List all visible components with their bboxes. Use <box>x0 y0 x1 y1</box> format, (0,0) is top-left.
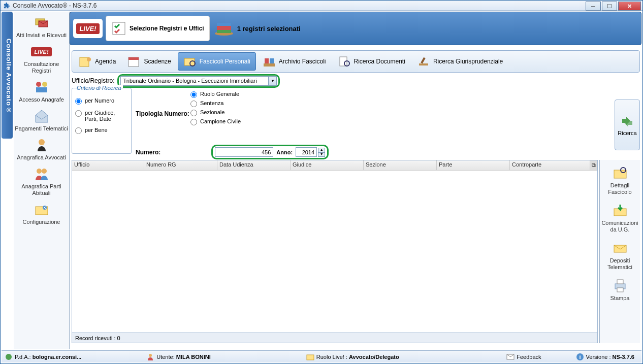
col-giudice[interactable]: Giudice <box>291 160 364 170</box>
minimize-button[interactable]: ─ <box>586 2 601 11</box>
status-ruolo: Ruolo Live! : Avvocato/Delegato <box>306 353 399 361</box>
radio-sezionale[interactable]: Sezionale <box>190 109 241 116</box>
spinner-down-button[interactable]: ▼ <box>318 152 325 157</box>
sort-indicator-icon[interactable]: ⧉ <box>590 160 597 170</box>
sidebar-item-anagrafe[interactable]: Accesso Anagrafe <box>14 76 69 105</box>
folder-detail-icon <box>611 165 629 181</box>
ribbon-live-badge: LIVE! <box>73 19 103 38</box>
col-sezione[interactable]: Sezione <box>364 160 437 170</box>
radio-per-giudice[interactable]: per Giudice, Parti, Date <box>75 110 128 122</box>
chevron-down-icon[interactable]: ▼ <box>268 77 276 85</box>
ufficio-combo[interactable]: ▼ <box>120 76 277 86</box>
radio-input[interactable] <box>190 110 197 116</box>
svg-rect-37 <box>307 355 314 360</box>
tab-label: Ricerca Documenti <box>354 58 405 65</box>
sidebar-item-atti[interactable]: Atti Inviati e Ricevuti <box>14 12 69 41</box>
table-header: Ufficio Numero RG Data Udienza Giudice S… <box>72 160 597 171</box>
select-registri-button[interactable]: Selezione Registri e Uffici <box>106 16 210 41</box>
people-join-icon <box>33 79 51 95</box>
live-icon: LIVE! <box>33 44 51 60</box>
action-comunicazioni[interactable]: Comunicazioni da U.G. <box>600 197 640 235</box>
radio-sentenza[interactable]: Sentenza <box>190 100 241 107</box>
col-controparte[interactable]: Controparte <box>510 160 590 170</box>
tab-label: Agenda <box>95 58 116 65</box>
registri-summary: 1 registri selezionati <box>237 16 301 41</box>
radio-input[interactable] <box>75 110 82 117</box>
window-buttons: ─ ☐ ✕ <box>585 2 641 11</box>
sidebar-item-avvocati[interactable]: Anagrafica Avvocati <box>14 134 69 163</box>
maximize-button[interactable]: ☐ <box>602 2 617 11</box>
action-label: Dettagli Fascicolo <box>601 182 639 195</box>
svg-rect-19 <box>184 58 195 65</box>
action-dettagli[interactable]: Dettagli Fascicolo <box>600 160 640 197</box>
action-label: Comunicazioni da U.G. <box>601 220 639 233</box>
printer-icon <box>611 278 629 294</box>
sidebar-item-pagamenti[interactable]: Pagamenti Telematici <box>14 105 69 134</box>
svg-rect-21 <box>264 63 275 67</box>
tab-agenda[interactable]: Agenda <box>74 52 121 71</box>
ruolo-value: Avvocato/Delegato <box>349 354 399 360</box>
sidebar-item-config[interactable]: Configurazione <box>14 198 69 227</box>
numero-row: Numero: Anno: ▲ ▼ <box>136 145 329 159</box>
radio-per-numero[interactable]: per Numero <box>75 97 128 105</box>
tipologia-block: Ruolo Generale Sentenza Sezionale Campio… <box>136 91 241 127</box>
sidebar: Atti Inviati e Ricevuti LIVE! Consultazi… <box>14 12 70 349</box>
radio-campione[interactable]: Campione Civile <box>190 118 241 125</box>
col-data-udienza[interactable]: Data Udienza <box>217 160 291 170</box>
svg-rect-34 <box>617 288 623 292</box>
svg-rect-13 <box>217 23 231 26</box>
svg-rect-18 <box>128 57 139 60</box>
radio-label: Campione Civile <box>200 118 241 124</box>
radio-input[interactable] <box>190 119 197 125</box>
action-label: Stampa <box>601 295 639 302</box>
two-people-icon <box>33 166 51 182</box>
radio-label: per Giudice, Parti, Date <box>85 110 128 122</box>
ribbon: LIVE! Selezione Registri e Uffici 1 regi… <box>70 12 641 45</box>
close-button[interactable]: ✕ <box>618 2 641 11</box>
envelopes-icon <box>33 15 51 31</box>
svg-point-36 <box>149 354 152 357</box>
brand-strip: Consolle Avvocato® <box>2 12 13 139</box>
svg-rect-4 <box>36 87 47 92</box>
select-registri-label: Selezione Registri e Uffici <box>130 25 204 32</box>
svg-point-7 <box>42 169 47 174</box>
svg-point-6 <box>37 169 42 174</box>
numero-input[interactable] <box>215 147 273 157</box>
tab-scadenze[interactable]: Scadenze <box>122 52 176 71</box>
radio-label: per Numero <box>85 97 114 104</box>
spinner-up-button[interactable]: ▲ <box>318 148 325 152</box>
tab-archivio[interactable]: Archivio Fascicoli <box>258 52 331 71</box>
col-numero-rg[interactable]: Numero RG <box>144 160 217 170</box>
action-stampa[interactable]: Stampa <box>600 273 640 304</box>
radio-ruolo-generale[interactable]: Ruolo Generale <box>190 91 241 98</box>
books-icon <box>214 21 234 36</box>
sidebar-item-parti[interactable]: Anagrafica Parti Abituali <box>14 163 69 198</box>
radio-input[interactable] <box>75 127 82 134</box>
radio-per-bene[interactable]: per Bene <box>75 127 128 134</box>
col-ufficio[interactable]: Ufficio <box>72 160 144 170</box>
tab-giurisprudenziale[interactable]: Ricerca Giurisprudenziale <box>412 52 508 71</box>
radio-input[interactable] <box>190 91 197 98</box>
doc-search-icon <box>338 55 351 68</box>
action-depositi[interactable]: Depositi Telematici <box>600 235 640 273</box>
col-parte[interactable]: Parte <box>437 160 510 170</box>
highlight-annotazione: ▼ <box>117 74 280 88</box>
svg-point-2 <box>36 82 41 87</box>
radio-input[interactable] <box>75 98 82 105</box>
sidebar-item-label: Accesso Anagrafe <box>15 96 68 103</box>
radio-input[interactable] <box>190 101 197 107</box>
status-pda: P.d.A.: bologna.er.consi... <box>5 353 81 361</box>
ricerca-button[interactable]: Ricerca <box>615 100 640 150</box>
ufficio-input[interactable] <box>121 78 268 84</box>
plug-icon <box>5 353 13 361</box>
status-feedback[interactable]: Feedback <box>506 353 541 361</box>
sidebar-item-label: Atti Inviati e Ricevuti <box>15 32 68 39</box>
anno-input[interactable] <box>296 147 317 157</box>
radio-label: Sentenza <box>200 100 223 106</box>
tab-ricerca-documenti[interactable]: Ricerca Documenti <box>333 52 410 71</box>
svg-point-35 <box>6 354 12 360</box>
puzzle-icon <box>4 2 11 9</box>
sidebar-item-consultazione[interactable]: LIVE! Consultazione Registri <box>14 41 69 76</box>
tab-fascicoli-personali[interactable]: Fascicoli Personali <box>178 52 256 71</box>
window-title: Consolle Avvocato® - NS-3.7.6 <box>13 2 97 9</box>
